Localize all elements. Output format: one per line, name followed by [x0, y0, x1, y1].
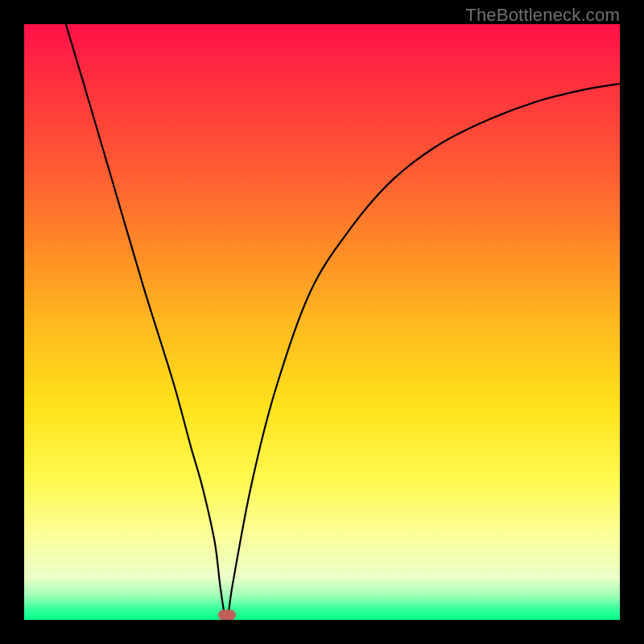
attribution-text: TheBottleneck.com: [465, 5, 620, 26]
outer-frame: TheBottleneck.com: [0, 0, 644, 644]
plot-area: [24, 24, 620, 620]
optimum-marker: [218, 610, 236, 620]
bottleneck-curve: [24, 24, 620, 620]
